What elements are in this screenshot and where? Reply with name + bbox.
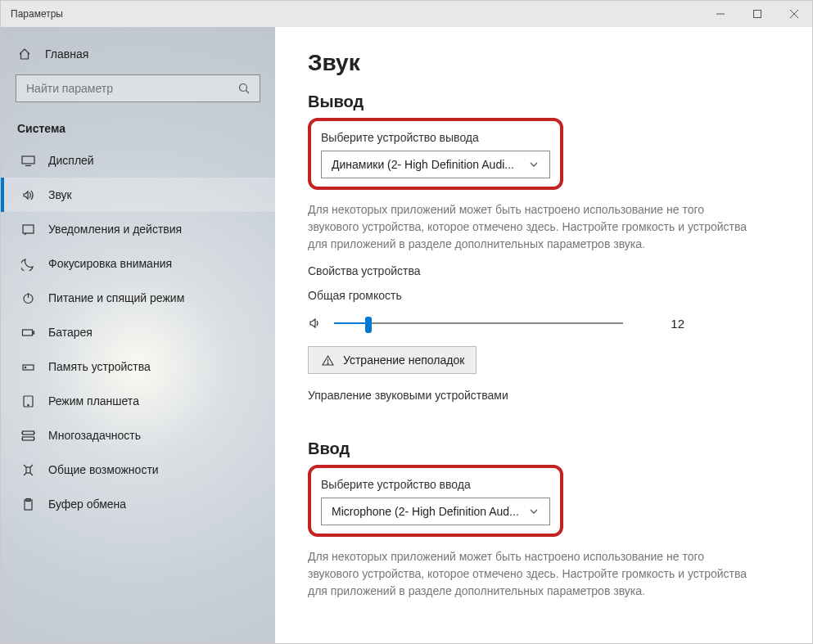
input-device-value: Microphone (2- High Definition Aud... <box>332 505 519 518</box>
clipboard-icon <box>20 497 35 511</box>
page-title: Звук <box>308 50 779 76</box>
svg-rect-6 <box>22 156 34 164</box>
sidebar-item-label: Буфер обмена <box>48 498 126 511</box>
home-icon <box>17 47 32 61</box>
search-input[interactable] <box>16 74 260 102</box>
sidebar-item-label: Память устройства <box>48 360 151 373</box>
svg-rect-11 <box>22 330 32 336</box>
svg-rect-12 <box>33 331 34 334</box>
search-field[interactable] <box>26 82 237 95</box>
svg-rect-1 <box>753 11 761 18</box>
svg-point-4 <box>239 83 246 91</box>
svg-rect-8 <box>23 225 34 233</box>
slider-thumb[interactable] <box>365 317 372 333</box>
sidebar-nav: ДисплейЗвукУведомления и действияФокусир… <box>1 143 275 521</box>
chevron-down-icon <box>526 504 541 519</box>
sidebar-item-focus[interactable]: Фокусировка внимания <box>1 246 275 281</box>
sidebar-item-sound[interactable]: Звук <box>1 178 275 212</box>
sidebar-item-label: Режим планшета <box>48 394 139 408</box>
output-device-value: Динамики (2- High Definition Audi... <box>332 158 514 171</box>
svg-point-16 <box>27 404 28 405</box>
sound-icon <box>20 187 35 202</box>
maximize-button[interactable] <box>738 1 775 27</box>
notifications-icon <box>20 222 35 236</box>
volume-value: 12 <box>656 317 684 331</box>
sidebar-item-label: Многозадачность <box>48 429 141 442</box>
sidebar-item-label: Дисплей <box>48 154 94 167</box>
manage-devices-link[interactable]: Управление звуковыми устройствами <box>308 389 779 402</box>
sidebar-item-label: Уведомления и действия <box>48 223 182 236</box>
focus-icon <box>20 256 35 271</box>
sidebar-item-power[interactable]: Питание и спящий режим <box>1 281 275 315</box>
storage-icon <box>20 359 35 374</box>
output-heading: Вывод <box>308 92 779 111</box>
chevron-down-icon <box>526 157 541 172</box>
titlebar: Параметры <box>1 1 812 27</box>
output-properties-link[interactable]: Свойства устройства <box>308 264 779 277</box>
input-heading: Ввод <box>308 439 779 458</box>
close-button[interactable] <box>775 1 812 27</box>
sidebar-item-clipboard[interactable]: Буфер обмена <box>1 487 275 521</box>
sidebar-item-label: Общие возможности <box>48 463 159 476</box>
slider-fill <box>334 322 368 324</box>
svg-point-27 <box>327 363 327 363</box>
sidebar-section: Система <box>1 117 275 143</box>
svg-rect-23 <box>26 467 30 473</box>
output-choose-label: Выберите устройство вывода <box>321 131 550 144</box>
sidebar-home-label: Главная <box>45 47 88 61</box>
power-icon <box>20 290 35 305</box>
tablet-icon <box>20 394 35 408</box>
sidebar-home[interactable]: Главная <box>1 42 275 74</box>
sidebar-item-storage[interactable]: Память устройства <box>1 349 275 384</box>
speaker-icon[interactable] <box>308 316 323 331</box>
troubleshoot-button[interactable]: Устранение неполадок <box>308 346 477 374</box>
warning-icon <box>320 353 335 367</box>
sidebar-item-notifications[interactable]: Уведомления и действия <box>1 212 275 246</box>
content: Звук Вывод Выберите устройство вывода Ди… <box>275 27 812 643</box>
sidebar: Главная Система ДисплейЗвукУведомления и… <box>1 27 275 643</box>
sidebar-item-label: Звук <box>48 188 72 201</box>
sidebar-item-display[interactable]: Дисплей <box>1 143 275 178</box>
svg-rect-17 <box>22 431 34 435</box>
display-icon <box>20 153 35 168</box>
window-title: Параметры <box>11 8 63 20</box>
slider-track <box>334 322 623 324</box>
input-device-dropdown[interactable]: Microphone (2- High Definition Aud... <box>321 498 550 525</box>
svg-point-14 <box>25 367 25 367</box>
sidebar-item-accessibility[interactable]: Общие возможности <box>1 453 275 487</box>
sidebar-item-battery[interactable]: Батарея <box>1 315 275 349</box>
input-highlight: Выберите устройство ввода Microphone (2-… <box>308 465 563 537</box>
search-icon <box>237 81 251 96</box>
multitask-icon <box>20 428 35 443</box>
output-device-dropdown[interactable]: Динамики (2- High Definition Audi... <box>321 151 550 178</box>
sidebar-item-label: Батарея <box>48 326 93 339</box>
troubleshoot-label: Устранение неполадок <box>343 354 464 367</box>
sidebar-item-label: Питание и спящий режим <box>48 291 184 304</box>
svg-rect-18 <box>22 437 34 440</box>
sidebar-item-multitask[interactable]: Многозадачность <box>1 418 275 453</box>
volume-slider[interactable] <box>334 315 623 331</box>
volume-label: Общая громкость <box>308 289 779 302</box>
sidebar-item-label: Фокусировка внимания <box>48 257 172 270</box>
output-highlight: Выберите устройство вывода Динамики (2- … <box>308 118 563 190</box>
accessibility-icon <box>20 462 35 477</box>
sidebar-item-tablet[interactable]: Режим планшета <box>1 384 275 418</box>
input-choose-label: Выберите устройство ввода <box>321 478 550 491</box>
input-note: Для некоторых приложений может быть наст… <box>308 548 750 600</box>
battery-icon <box>20 325 35 340</box>
minimize-button[interactable] <box>702 1 738 27</box>
output-note: Для некоторых приложений может быть наст… <box>308 201 750 253</box>
svg-line-5 <box>246 90 249 93</box>
